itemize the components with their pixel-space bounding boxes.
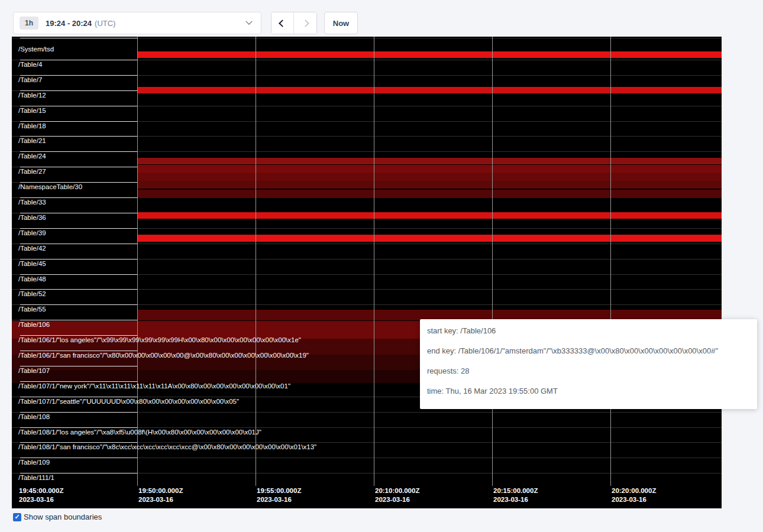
time-nav-group <box>271 12 317 34</box>
show-span-boundaries-checkbox[interactable]: ✓ <box>13 513 21 521</box>
span-label: /Table/24 <box>18 153 46 160</box>
span-boundary-label-line <box>20 412 137 413</box>
span-label: /Table/27 <box>18 168 46 175</box>
time-gridline <box>256 37 256 486</box>
time-gridline <box>492 37 493 486</box>
span-boundary-label-line <box>20 90 137 91</box>
span-label: /Table/33 <box>18 199 46 206</box>
span-label: /Table/7 <box>18 76 42 83</box>
span-label: /Table/15 <box>18 107 46 114</box>
span-boundary-label-line <box>20 228 137 229</box>
span-label: /NamespaceTable/30 <box>18 183 82 190</box>
span-boundary-label-line <box>20 167 137 167</box>
span-label: /Table/109 <box>18 459 50 466</box>
tooltip-requests: requests: 28 <box>427 366 750 376</box>
span-label: /Table/55 <box>18 306 46 313</box>
span-label: /Table/45 <box>18 260 46 267</box>
span-boundary-label-line <box>20 458 137 458</box>
span-boundary-label-line <box>20 289 137 290</box>
span-label: /Table/48 <box>18 275 46 283</box>
time-axis-tick-date: 2023-03-16 <box>19 496 54 503</box>
time-axis-tick-time: 19:45:00.000Z <box>19 487 63 494</box>
time-gridline <box>610 37 611 486</box>
time-axis-tick-date: 2023-03-16 <box>375 496 410 503</box>
span-label: /Table/12 <box>18 92 46 99</box>
time-gridline <box>137 37 138 486</box>
span-boundary-label-line <box>20 442 137 443</box>
span-boundary-label-line <box>20 182 137 183</box>
show-span-boundaries-label: Show span boundaries <box>24 512 102 521</box>
span-label: /System/tsd <box>18 46 54 53</box>
span-tooltip: start key: /Table/106 end key: /Table/10… <box>420 319 757 409</box>
check-icon: ✓ <box>14 514 20 520</box>
heat-band <box>137 190 722 198</box>
time-axis-tick-date: 2023-03-16 <box>612 496 646 503</box>
span-boundary-label-line <box>20 397 137 397</box>
time-gridline <box>374 37 374 486</box>
span-boundary-label-line <box>20 197 137 198</box>
span-label: /Table/107 <box>18 367 50 374</box>
tooltip-time: time: Thu, 16 Mar 2023 19:55:00 GMT <box>427 387 750 396</box>
time-range-badge: 1h <box>20 17 38 30</box>
time-axis-tick-date: 2023-03-16 <box>138 496 173 503</box>
span-boundary-label-line <box>20 381 137 382</box>
span-label: /Table/107/1/"seattle"/"UUUUUUD\x00\x80\… <box>18 398 239 405</box>
span-label: /Table/39 <box>18 229 46 236</box>
chevron-left-icon <box>279 20 286 27</box>
time-range-selector[interactable]: 1h 19:24 - 20:24 (UTC) <box>13 12 261 34</box>
time-axis-tick-date: 2023-03-16 <box>257 496 292 503</box>
span-boundary-label-line <box>20 473 137 473</box>
prev-time-button[interactable] <box>271 12 294 34</box>
tooltip-end-key: end key: /Table/106/1/"amsterdam"/"\xb33… <box>427 346 750 356</box>
footer: ✓ Show span boundaries <box>13 512 102 521</box>
chevron-down-icon <box>245 18 252 25</box>
heat-band <box>137 173 722 181</box>
now-button[interactable]: Now <box>324 12 358 34</box>
span-label: /Table/18 <box>18 122 46 129</box>
span-boundary-label-line <box>20 335 137 336</box>
chevron-right-icon <box>302 20 309 27</box>
span-label: /Table/107/1/"new york"/"\x11\x11\x11\x1… <box>18 382 290 390</box>
time-axis-tick-time: 20:20:00.000Z <box>612 487 656 494</box>
span-label: /Table/36 <box>18 214 46 221</box>
time-axis-tick-time: 19:50:00.000Z <box>138 487 183 494</box>
span-boundary-label-line <box>20 151 137 152</box>
span-label: /Table/106/1/"los angeles"/"\x99\x99\x99… <box>18 336 301 343</box>
heat-band <box>137 158 722 164</box>
span-boundary-label-line <box>20 259 137 259</box>
key-visualizer-canvas[interactable]: /System/tsd/Table/4/Table/7/Table/12/Tab… <box>12 37 722 508</box>
heat-band <box>137 212 722 219</box>
span-boundary-label-line <box>20 75 137 76</box>
span-boundary-label-line <box>20 320 137 320</box>
span-boundary-label-line <box>20 427 137 428</box>
next-time-button[interactable] <box>294 12 316 34</box>
heat-band <box>137 235 722 242</box>
time-axis-tick-time: 19:55:00.000Z <box>257 487 301 494</box>
span-label: /Table/21 <box>18 137 46 144</box>
span-boundary-label-line <box>20 244 137 244</box>
span-boundary-label-line <box>20 136 137 137</box>
span-label: /Table/106 <box>18 321 50 328</box>
heat-band <box>137 165 722 173</box>
span-label: /Table/4 <box>18 61 42 68</box>
span-boundary-label-line <box>20 60 137 60</box>
span-label: /Table/111/1 <box>18 474 54 481</box>
span-label: /Table/108/1/"los angeles"/"\xa8\xf5\u00… <box>18 429 261 436</box>
span-boundary-label-line <box>20 38 137 38</box>
span-boundary-label-line <box>20 304 137 305</box>
span-boundary-label-line <box>20 213 137 213</box>
heat-band <box>137 87 722 93</box>
span-label: /Table/106/1/"san francisco"/"\x80\x00\x… <box>18 352 309 359</box>
span-boundary-label-line <box>20 366 137 366</box>
time-range-text: 19:24 - 20:24 <box>46 19 92 28</box>
span-boundary-label-line <box>20 274 137 275</box>
heat-band <box>137 181 722 189</box>
time-axis-tick-time: 20:10:00.000Z <box>375 487 419 494</box>
span-boundary-label-line <box>20 351 137 351</box>
span-label: /Table/52 <box>18 290 46 297</box>
span-label: /Table/108/1/"san francisco"/"\x8c\xcc\x… <box>18 443 316 450</box>
time-range-timezone: (UTC) <box>95 19 115 28</box>
span-label: /Table/42 <box>18 245 46 252</box>
tooltip-start-key: start key: /Table/106 <box>427 326 750 336</box>
time-axis-tick-date: 2023-03-16 <box>493 496 528 503</box>
